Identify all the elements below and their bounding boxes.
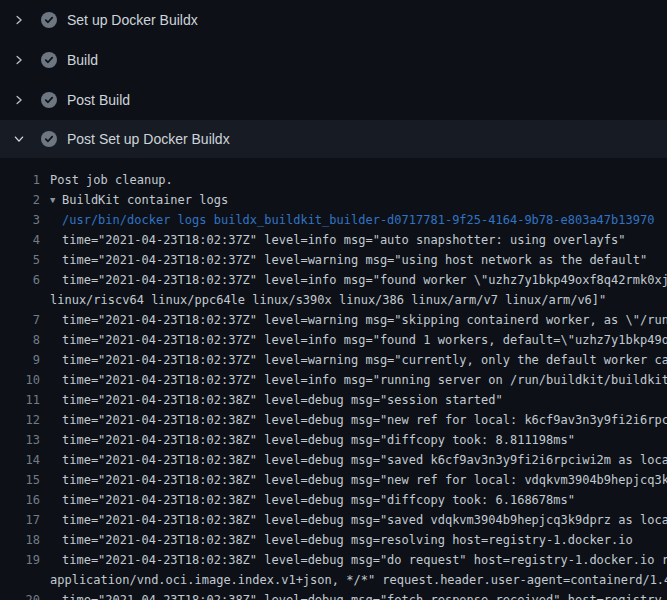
- log-line: 15 time="2021-04-23T18:02:38Z" level=deb…: [0, 470, 667, 490]
- line-number[interactable]: 12: [0, 410, 40, 430]
- log-text: time="2021-04-23T18:02:38Z" level=debug …: [62, 590, 667, 600]
- log-line: 5 time="2021-04-23T18:02:37Z" level=warn…: [0, 250, 667, 270]
- line-number[interactable]: 16: [0, 490, 40, 510]
- log-line: 19 time="2021-04-23T18:02:38Z" level=deb…: [0, 550, 667, 570]
- log-text: /usr/bin/docker logs buildx_buildkit_bui…: [62, 210, 654, 230]
- line-number[interactable]: 5: [0, 250, 40, 270]
- check-circle-icon: [41, 12, 57, 28]
- log-line: linux/riscv64 linux/ppc64le linux/s390x …: [0, 290, 667, 310]
- log-line: application/vnd.oci.image.index.v1+json,…: [0, 570, 667, 590]
- log-line: 7 time="2021-04-23T18:02:37Z" level=warn…: [0, 310, 667, 330]
- line-number[interactable]: 11: [0, 390, 40, 410]
- log-line: 6 time="2021-04-23T18:02:37Z" level=info…: [0, 270, 667, 290]
- log-text: Post job cleanup.: [50, 170, 173, 190]
- check-circle-icon: [41, 92, 57, 108]
- log-text: time="2021-04-23T18:02:38Z" level=debug …: [62, 470, 667, 490]
- log-line: 14 time="2021-04-23T18:02:38Z" level=deb…: [0, 450, 667, 470]
- group-toggle-icon[interactable]: ▼: [50, 190, 62, 210]
- line-number[interactable]: [0, 570, 40, 590]
- log-line: 8 time="2021-04-23T18:02:37Z" level=info…: [0, 330, 667, 350]
- line-number[interactable]: 19: [0, 550, 40, 570]
- log-text: time="2021-04-23T18:02:38Z" level=debug …: [62, 450, 667, 470]
- log-line: 13 time="2021-04-23T18:02:38Z" level=deb…: [0, 430, 667, 450]
- line-number[interactable]: 6: [0, 270, 40, 290]
- log-line: 9 time="2021-04-23T18:02:37Z" level=warn…: [0, 350, 667, 370]
- log-text: time="2021-04-23T18:02:38Z" level=debug …: [62, 390, 503, 410]
- log-lines: 1 Post job cleanup. 2 ▼ BuildKit contain…: [0, 170, 667, 600]
- step-label: Post Set up Docker Buildx: [67, 131, 230, 147]
- log-area: 1 Post job cleanup. 2 ▼ BuildKit contain…: [0, 158, 667, 600]
- line-number[interactable]: 2: [0, 190, 40, 210]
- log-text: time="2021-04-23T18:02:38Z" level=debug …: [62, 410, 667, 430]
- step-label: Build: [67, 52, 98, 68]
- line-number[interactable]: 14: [0, 450, 40, 470]
- chevron-right-icon: [12, 13, 26, 27]
- check-circle-icon: [41, 131, 57, 147]
- log-line: 20 time="2021-04-23T18:02:38Z" level=deb…: [0, 590, 667, 600]
- log-text: time="2021-04-23T18:02:38Z" level=debug …: [62, 430, 575, 450]
- log-line: 16 time="2021-04-23T18:02:38Z" level=deb…: [0, 490, 667, 510]
- line-number[interactable]: [0, 290, 40, 310]
- step-header[interactable]: Build: [0, 40, 667, 80]
- line-number[interactable]: 9: [0, 350, 40, 370]
- log-text: time="2021-04-23T18:02:38Z" level=debug …: [62, 510, 667, 530]
- step-label: Post Build: [67, 92, 130, 108]
- log-text: time="2021-04-23T18:02:37Z" level=info m…: [62, 270, 667, 290]
- log-text: time="2021-04-23T18:02:37Z" level=info m…: [62, 330, 667, 350]
- log-line: 10 time="2021-04-23T18:02:37Z" level=inf…: [0, 370, 667, 390]
- step-header[interactable]: Post Build: [0, 80, 667, 120]
- line-number[interactable]: 4: [0, 230, 40, 250]
- log-line: 11 time="2021-04-23T18:02:38Z" level=deb…: [0, 390, 667, 410]
- log-text: time="2021-04-23T18:02:38Z" level=debug …: [62, 490, 575, 510]
- steps-list: Set up Docker Buildx Build Post Bu: [0, 0, 667, 158]
- step-label: Set up Docker Buildx: [67, 12, 198, 28]
- line-number[interactable]: 15: [0, 470, 40, 490]
- line-number[interactable]: 17: [0, 510, 40, 530]
- line-number[interactable]: 7: [0, 310, 40, 330]
- line-number[interactable]: 3: [0, 210, 40, 230]
- log-text: time="2021-04-23T18:02:37Z" level=warnin…: [62, 350, 667, 370]
- log-text: time="2021-04-23T18:02:37Z" level=warnin…: [62, 250, 647, 270]
- check-circle-icon: [41, 52, 57, 68]
- log-line: 12 time="2021-04-23T18:02:38Z" level=deb…: [0, 410, 667, 430]
- step-header[interactable]: Post Set up Docker Buildx: [0, 120, 667, 158]
- line-number[interactable]: 18: [0, 530, 40, 550]
- chevron-right-icon: [12, 93, 26, 107]
- line-number[interactable]: 20: [0, 590, 40, 600]
- log-text: time="2021-04-23T18:02:37Z" level=info m…: [62, 370, 667, 390]
- log-text: time="2021-04-23T18:02:38Z" level=debug …: [62, 530, 633, 550]
- log-text: BuildKit container logs: [62, 190, 228, 210]
- chevron-right-icon: [12, 53, 26, 67]
- log-line: 4 time="2021-04-23T18:02:37Z" level=info…: [0, 230, 667, 250]
- log-text: time="2021-04-23T18:02:37Z" level=warnin…: [62, 310, 667, 330]
- line-number[interactable]: 13: [0, 430, 40, 450]
- log-line: 3 /usr/bin/docker logs buildx_buildkit_b…: [0, 210, 667, 230]
- line-number[interactable]: 1: [0, 170, 40, 190]
- log-text: time="2021-04-23T18:02:38Z" level=debug …: [62, 550, 667, 570]
- workflow-log-panel: { "colors": { "background": "#0d1117", "…: [0, 0, 667, 600]
- log-text: time="2021-04-23T18:02:37Z" level=info m…: [62, 230, 626, 250]
- log-line: 2 ▼ BuildKit container logs: [0, 190, 667, 210]
- log-text: linux/riscv64 linux/ppc64le linux/s390x …: [50, 290, 606, 310]
- line-number[interactable]: 8: [0, 330, 40, 350]
- step-header[interactable]: Set up Docker Buildx: [0, 0, 667, 40]
- chevron-down-icon: [12, 132, 26, 146]
- log-text: application/vnd.oci.image.index.v1+json,…: [50, 570, 667, 590]
- line-number[interactable]: 10: [0, 370, 40, 390]
- log-line: 18 time="2021-04-23T18:02:38Z" level=deb…: [0, 530, 667, 550]
- log-line: 17 time="2021-04-23T18:02:38Z" level=deb…: [0, 510, 667, 530]
- log-line: 1 Post job cleanup.: [0, 170, 667, 190]
